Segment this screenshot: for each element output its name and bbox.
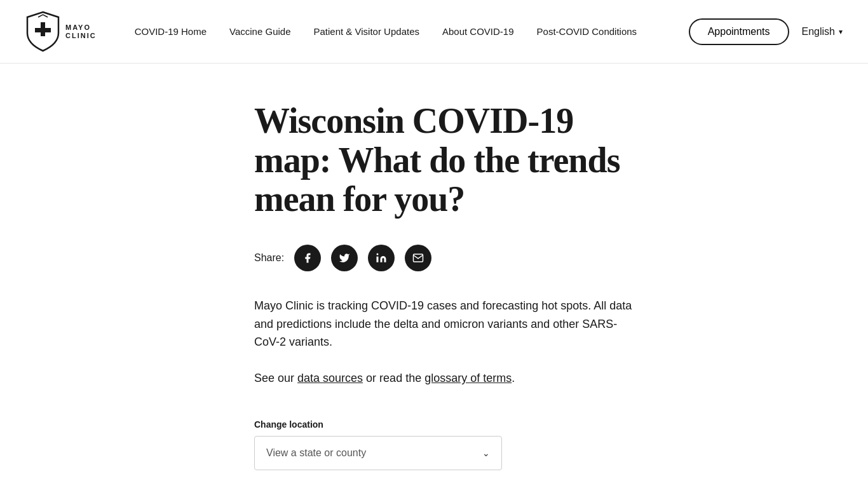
share-email-button[interactable] [405,245,431,271]
svg-rect-2 [377,257,379,262]
data-sources-link[interactable]: data sources [297,372,363,384]
page-title: Wisconsin COVID-19 map: What do the tren… [254,102,635,219]
change-location-section: Change location View a state or county ⌄ [254,419,635,470]
share-twitter-button[interactable] [331,245,358,271]
site-header: MAYO CLINIC COVID-19 Home Vaccine Guide … [0,0,868,64]
nav-item-patient-visitor[interactable]: Patient & Visitor Updates [314,26,419,37]
dropdown-placeholder-text: View a state or county [266,447,366,459]
location-dropdown[interactable]: View a state or county ⌄ [254,436,502,470]
see-our-text: See our data sources or read the glossar… [254,369,635,388]
see-our-prefix: See our [254,372,297,384]
nav-item-about-covid[interactable]: About COVID-19 [442,26,514,37]
share-linkedin-button[interactable] [368,245,395,271]
change-location-label: Change location [254,419,635,430]
logo-shield-icon [25,11,60,52]
linkedin-icon [376,252,387,264]
chevron-down-icon: ▾ [839,27,843,36]
email-icon [412,252,424,264]
dropdown-chevron-icon: ⌄ [482,448,490,458]
glossary-link[interactable]: glossary of terms [424,372,512,384]
see-our-middle: or read the [363,372,424,384]
main-content: Wisconsin COVID-19 map: What do the tren… [0,64,868,488]
header-right: Appointments English ▾ [689,18,843,45]
nav-item-post-covid[interactable]: Post-COVID Conditions [537,26,637,37]
share-facebook-button[interactable] [294,245,321,271]
language-selector[interactable]: English ▾ [802,26,843,37]
nav-item-vaccine-guide[interactable]: Vaccine Guide [229,26,290,37]
language-label: English [802,26,835,37]
share-row: Share: [254,245,635,271]
logo[interactable]: MAYO CLINIC [25,11,97,52]
see-our-suffix: . [512,372,515,384]
nav-item-covid-home[interactable]: COVID-19 Home [135,26,207,37]
facebook-icon [302,252,313,264]
main-nav: COVID-19 Home Vaccine Guide Patient & Vi… [135,26,689,37]
description-text: Mayo Clinic is tracking COVID-19 cases a… [254,297,635,351]
logo-text: MAYO CLINIC [65,24,97,39]
svg-point-3 [377,253,379,255]
appointments-button[interactable]: Appointments [689,18,789,45]
twitter-icon [339,252,350,264]
share-label: Share: [254,252,284,264]
svg-rect-1 [35,28,51,32]
